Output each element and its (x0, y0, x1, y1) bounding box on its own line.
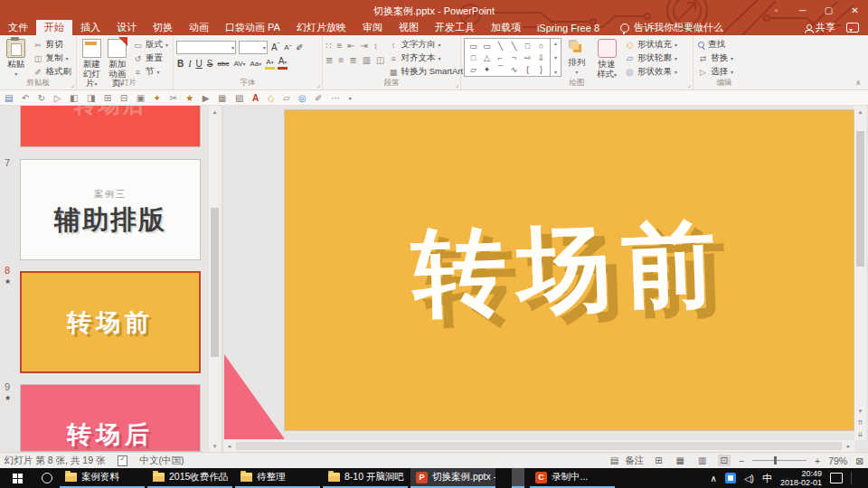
replace-button[interactable]: ⇄ 替换▾ (696, 52, 752, 65)
clear-format-button[interactable]: ✐ (295, 42, 304, 52)
previous-slide-button[interactable]: ⇈ (854, 417, 866, 428)
font-size-combo[interactable]: ▾ (239, 41, 268, 54)
taskbar-item-folder[interactable]: 2015收费作品 (147, 468, 232, 488)
qat-tool-icon[interactable]: ✦ (154, 93, 161, 103)
slideshow-view-button[interactable]: ⊡ (718, 455, 731, 466)
tab-ispring[interactable]: iSpring Free 8 (529, 20, 608, 35)
language-indicator[interactable]: 中文(中国) (139, 455, 184, 467)
cut-button[interactable]: ✂ 剪切 (32, 38, 74, 52)
reading-view-button[interactable]: ▥ (695, 455, 709, 466)
select-button[interactable]: ▷ 选择▾ (696, 65, 752, 79)
next-slide-button[interactable]: ⇊ (854, 428, 866, 440)
taskbar-item-fragment[interactable] (512, 468, 524, 488)
zoom-level[interactable]: 79% (828, 455, 847, 466)
minimize-button[interactable]: ─ (789, 0, 816, 20)
qat-undo-icon[interactable]: ↶ (22, 93, 29, 103)
qat-fill-icon[interactable]: ◇ (268, 93, 275, 103)
change-case-button[interactable]: Aa▾ (249, 60, 262, 68)
char-spacing-button[interactable]: AV▾ (232, 60, 246, 68)
canvas-vertical-scrollbar[interactable]: ▴ ▾ ⇈ ⇊ (854, 106, 866, 440)
section-button[interactable]: ≡ 节▾ (131, 65, 170, 79)
highlight-color-button[interactable]: A▾ (265, 58, 274, 70)
tab-animations[interactable]: 动画 (181, 20, 217, 35)
qat-start-slideshow-icon[interactable]: ▷ (54, 93, 61, 103)
current-slide[interactable]: 转场前 (284, 109, 854, 431)
offslide-pink-triangle-shape[interactable] (224, 354, 285, 439)
slide-6-thumbnail[interactable]: 转场后 (20, 106, 201, 147)
qat-tool-icon[interactable]: ◎ (298, 93, 307, 103)
tab-design[interactable]: 设计 (108, 20, 145, 35)
spell-check-icon[interactable] (118, 455, 127, 466)
close-button[interactable]: ✕ (842, 0, 868, 20)
font-name-combo[interactable]: ▾ (176, 41, 236, 54)
canvas-hscrollbar-thumb[interactable] (236, 442, 842, 450)
qat-tool-icon[interactable]: ✂ (169, 93, 176, 103)
strikethrough-button[interactable]: abc (216, 60, 230, 68)
slide-8-thumbnail-selected[interactable]: 转场前 (20, 271, 201, 373)
qat-tool-icon[interactable]: ▣ (137, 93, 145, 103)
shapes-gallery-scroll[interactable]: ▴▾▾ (551, 38, 561, 77)
reset-button[interactable]: ↺ 重置 (131, 52, 170, 65)
scroll-right-icon[interactable]: ▸ (843, 440, 854, 452)
restore-button[interactable]: ▢ (816, 0, 842, 20)
shadow-button[interactable]: S (206, 59, 214, 69)
qat-tool-icon[interactable]: ★ (185, 93, 193, 103)
tab-home[interactable]: 开始 (36, 20, 72, 35)
hidden-icons-chevron-icon[interactable]: ∧ (711, 474, 717, 483)
qat-font-color-icon[interactable]: A (252, 93, 259, 103)
qat-outline-icon[interactable]: ▱ (283, 93, 290, 103)
align-left-icon[interactable]: ≣ (326, 55, 333, 65)
zoom-slider[interactable] (752, 460, 807, 461)
zoom-slider-thumb[interactable] (774, 456, 777, 465)
scroll-down-icon[interactable]: ▾ (209, 440, 221, 452)
scroll-left-icon[interactable]: ◂ (223, 440, 235, 452)
tab-view[interactable]: 视图 (391, 20, 427, 35)
text-direction-button[interactable]: ↕ 文字方向▾ (387, 38, 471, 52)
shape-effects-button[interactable]: ◎ 形状效果▾ (623, 65, 679, 79)
volume-icon[interactable]: ◁) (744, 474, 754, 483)
qat-redo-icon[interactable]: ↻ (38, 93, 45, 103)
taskbar-item-recorder[interactable]: C 录制中... (530, 468, 615, 488)
thumbnail-panel-scrollbar[interactable]: ▴ ▾ (208, 106, 221, 452)
action-center-icon[interactable] (830, 473, 843, 483)
tab-developer[interactable]: 开发工具 (427, 20, 483, 35)
qat-tool-icon[interactable]: ✐ (315, 93, 322, 103)
shape-outline-button[interactable]: ▱ 形状轮廓▾ (623, 52, 679, 65)
taskbar-item-folder[interactable]: 8-10 开脑洞吧，来... (323, 468, 408, 488)
tab-file[interactable]: 文件 (0, 20, 36, 35)
convert-smartart-button[interactable]: ▦ 转换为 SmartArt▾ (387, 65, 471, 79)
tab-pocket-animation[interactable]: 口袋动画 PA (217, 20, 288, 35)
tab-addins[interactable]: 加载项 (483, 20, 529, 35)
tab-review[interactable]: 审阅 (354, 20, 391, 35)
tab-transitions[interactable]: 切换 (145, 20, 181, 35)
tab-insert[interactable]: 插入 (72, 20, 108, 35)
qat-tool-icon[interactable]: ⊟ (120, 93, 127, 103)
taskbar-item-powerpoint[interactable]: P 切换案例.pptx - P... (410, 468, 495, 488)
bullets-icon[interactable]: ∷ (326, 41, 331, 51)
qat-tool-icon[interactable]: ▧ (235, 93, 243, 103)
start-button[interactable] (0, 468, 34, 488)
line-spacing-icon[interactable]: ↕ (373, 41, 378, 51)
shrink-font-button[interactable]: Aˇ (283, 43, 292, 52)
copy-button[interactable]: ◫ 复制▾ (32, 52, 74, 65)
underline-button[interactable]: U (195, 59, 203, 69)
tell-me-box[interactable]: 告诉我你想要做什么 (620, 20, 723, 35)
zoom-out-button[interactable]: − (739, 455, 744, 466)
qat-tool-icon[interactable]: ⊞ (104, 93, 111, 103)
canvas-horizontal-scrollbar[interactable]: ◂ ▸ (223, 440, 854, 452)
qat-tool-icon[interactable]: ◧ (70, 93, 78, 103)
qat-tool-icon[interactable]: ◨ (87, 93, 95, 103)
ime-indicator[interactable]: 中 (762, 472, 772, 485)
align-right-icon[interactable]: ≣ (349, 55, 356, 65)
paste-button[interactable]: 粘贴 ▾ (3, 38, 30, 79)
quick-styles-button[interactable]: 快速 样式▾ (592, 38, 621, 80)
grow-font-button[interactable]: Aˆ (270, 41, 280, 52)
qat-save-icon[interactable]: ▤ (5, 93, 13, 103)
collapse-ribbon-button[interactable]: ∧ (855, 79, 861, 87)
shapes-gallery[interactable]: ▭ ▭ ╲ ╲ □ ○ □ △ ⌐ ¬ ⇨ ⇩ ▱ ✦ ⌒ (464, 38, 561, 77)
increase-indent-icon[interactable]: ⇥ (361, 41, 368, 51)
ribbon-display-options-button[interactable]: ▫ (763, 0, 789, 20)
share-button[interactable]: 共享 (805, 21, 835, 34)
canvas-scrollbar-thumb[interactable] (856, 131, 864, 267)
taskbar-item-folder[interactable]: 案例资料 (60, 468, 145, 488)
